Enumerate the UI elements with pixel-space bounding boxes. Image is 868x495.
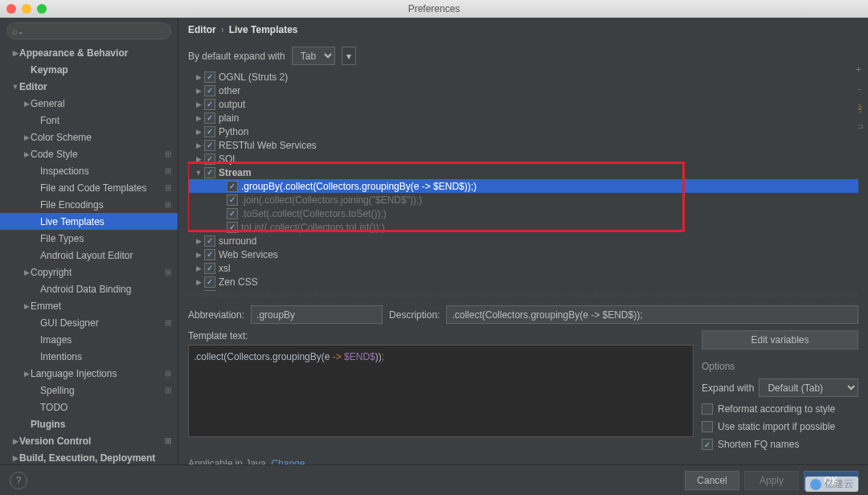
template--join[interactable]: .join (.collect(Collectors.joining("$END… (188, 193, 858, 207)
template-text-editor[interactable]: .collect(Collectors.groupingBy(e -> $END… (188, 345, 694, 437)
abbrev-input[interactable] (251, 305, 383, 324)
static-import-checkbox[interactable] (702, 421, 713, 432)
desc-input[interactable] (446, 305, 858, 324)
sidebar-item-android-data-binding[interactable]: Android Data Binding (0, 280, 178, 297)
sidebar-item-live-templates[interactable]: Live Templates (0, 213, 178, 230)
sidebar-item-version-control[interactable]: ▶Version Control⊞ (0, 432, 178, 449)
dropdown-icon[interactable]: ▾ (342, 47, 356, 65)
static-import-label: Use static import if possible (718, 421, 835, 432)
expandwith-label: Expand with (702, 382, 754, 394)
help-icon[interactable]: ? (10, 472, 27, 489)
sidebar-item-language-injections[interactable]: ▶Language Injections⊞ (0, 365, 178, 382)
sidebar-item-spelling[interactable]: Spelling⊞ (0, 382, 178, 399)
search-input[interactable]: ⌕▾ (6, 22, 171, 39)
sidebar-item-build-execution-deployment[interactable]: ▶Build, Execution, Deployment (0, 449, 178, 466)
templates-tree[interactable]: ▶OGNL (Struts 2)▶other▶output▶plain▶Pyth… (188, 70, 858, 291)
template-xsl[interactable]: ▶xsl (188, 261, 858, 275)
sidebar-item-inspections[interactable]: Inspections⊞ (0, 162, 178, 179)
template--toset[interactable]: .toSet (.collect(Collectors.toSet());) (188, 207, 858, 220)
template-python[interactable]: ▶Python (188, 125, 858, 138)
sidebar-item-code-style[interactable]: ▶Code Style⊞ (0, 145, 178, 162)
template-ognl-struts-2-[interactable]: ▶OGNL (Struts 2) (188, 70, 858, 84)
template-restful-web-services[interactable]: ▶RESTful Web Services (188, 138, 858, 152)
search-icon: ⌕▾ (12, 26, 23, 37)
sidebar-item-todo[interactable]: TODO (0, 399, 178, 415)
template-other[interactable]: ▶other (188, 84, 858, 97)
breadcrumb: Editor › Live Templates (178, 18, 868, 42)
sidebar-item-general[interactable]: ▶General (0, 95, 178, 112)
template-zen-css[interactable]: ▶Zen CSS (188, 275, 858, 288)
crumb-editor[interactable]: Editor (188, 24, 216, 35)
template-tolist[interactable]: toList (.collect(Collectors.toList());) (188, 220, 858, 234)
sidebar-item-font[interactable]: Font (0, 112, 178, 129)
sidebar-item-file-and-code-templates[interactable]: File and Code Templates⊞ (0, 179, 178, 196)
cancel-button[interactable]: Cancel (685, 471, 739, 490)
expand-select[interactable]: Tab (292, 47, 335, 65)
template-output[interactable]: ▶output (188, 97, 858, 111)
apply-button: Apply (744, 471, 799, 490)
sidebar: ⌕▾ ▶Appearance & BehaviorKeymap▼Editor▶G… (0, 18, 178, 477)
template-sql[interactable]: ▶SQL (188, 152, 858, 166)
shorten-fq-checkbox[interactable] (702, 439, 713, 450)
template-zen-html[interactable]: ▶Zen HTML (188, 288, 858, 291)
footer: ? Cancel Apply OK (0, 464, 868, 495)
sidebar-item-emmet[interactable]: ▶Emmet (0, 297, 178, 314)
desc-label: Description: (389, 309, 440, 321)
chevron-right-icon: › (221, 24, 224, 35)
template-surround[interactable]: ▶surround (188, 234, 858, 248)
sidebar-item-color-scheme[interactable]: ▶Color Scheme (0, 129, 178, 145)
sidebar-item-intentions[interactable]: Intentions (0, 348, 178, 365)
close-icon[interactable] (6, 4, 16, 14)
zoom-icon[interactable] (37, 4, 47, 14)
sidebar-item-gui-designer[interactable]: GUI Designer⊞ (0, 314, 178, 331)
reformat-checkbox[interactable] (702, 403, 713, 415)
minimize-icon[interactable] (22, 4, 31, 14)
template-stream[interactable]: ▼Stream (188, 166, 858, 179)
reformat-label: Reformat according to style (718, 403, 835, 415)
expand-label: By default expand with (188, 51, 285, 62)
settings-tree: ▶Appearance & BehaviorKeymap▼Editor▶Gene… (0, 44, 178, 477)
abbrev-label: Abbreviation: (188, 309, 244, 321)
sidebar-item-file-encodings[interactable]: File Encodings⊞ (0, 196, 178, 213)
sidebar-item-appearance-behavior[interactable]: ▶Appearance & Behavior (0, 44, 178, 61)
sidebar-item-file-types[interactable]: File Types (0, 230, 178, 247)
sidebar-item-copyright[interactable]: ▶Copyright⊞ (0, 264, 178, 280)
sidebar-item-keymap[interactable]: Keymap (0, 61, 178, 78)
traffic-lights (6, 4, 47, 14)
watermark: 亿速云 (805, 477, 858, 492)
sidebar-item-editor[interactable]: ▼Editor (0, 78, 178, 95)
titlebar: Preferences (0, 0, 868, 18)
options-label: Options (702, 361, 858, 372)
window-title: Preferences (408, 3, 461, 14)
crumb-livetemplates: Live Templates (229, 24, 298, 35)
expandwith-select[interactable]: Default (Tab) (759, 378, 858, 397)
edit-variables-button[interactable]: Edit variables (702, 330, 858, 350)
template-text-label: Template text: (188, 330, 694, 342)
template-web-services[interactable]: ▶Web Services (188, 248, 858, 261)
template-plain[interactable]: ▶plain (188, 111, 858, 125)
template--groupby[interactable]: .groupBy (.collect(Collectors.groupingBy… (188, 179, 858, 193)
sidebar-item-android-layout-editor[interactable]: Android Layout Editor (0, 247, 178, 264)
main-panel: Editor › Live Templates By default expan… (178, 18, 868, 477)
sidebar-item-images[interactable]: Images (0, 331, 178, 348)
sidebar-item-plugins[interactable]: Plugins (0, 415, 178, 432)
shorten-fq-label: Shorten FQ names (718, 439, 799, 450)
splitter[interactable] (188, 292, 858, 297)
